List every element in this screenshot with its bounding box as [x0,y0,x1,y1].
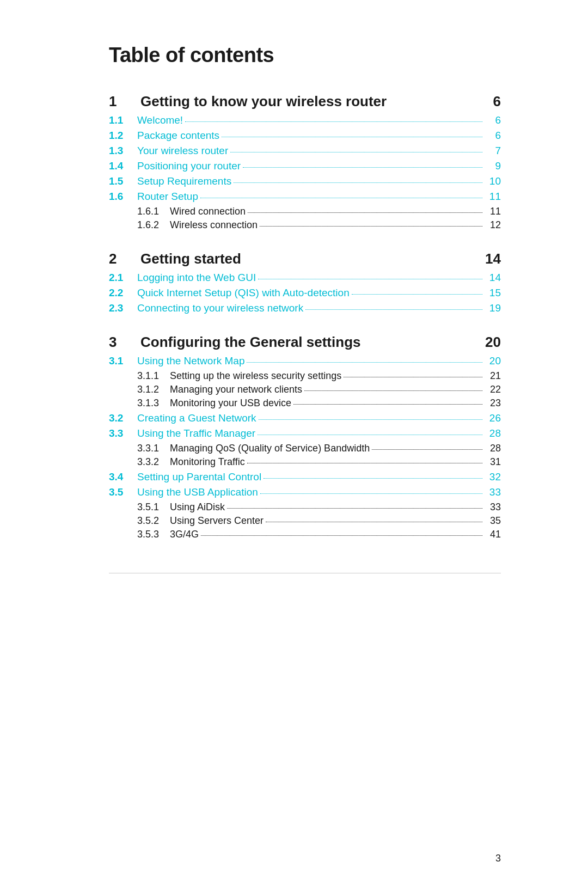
toc-text-3-2: Creating a Guest Network [137,412,256,424]
toc-text-2-3: Connecting to your wireless network [137,302,303,314]
toc-sub-link-3-5-3[interactable]: 3G/4G 41 [170,529,501,540]
toc-entry-2-3[interactable]: 2.3 Connecting to your wireless network … [109,302,501,314]
section-1-title: Getting to know your wireless router [140,93,479,110]
toc-sub-entry-3-1-1[interactable]: 3.1.1 Setting up the wireless security s… [109,370,501,382]
toc-dots-3-3 [258,435,482,435]
section-2-header: 2 Getting started 14 [109,250,501,267]
toc-dots-1-2 [222,137,482,137]
toc-sub-entry-1-6-1[interactable]: 1.6.1 Wired connection 11 [109,206,501,217]
toc-sub-number-3-1-1: 3.1.1 [137,370,170,382]
toc-link-2-3[interactable]: Connecting to your wireless network 19 [137,302,501,314]
toc-entry-2-2[interactable]: 2.2 Quick Internet Setup (QIS) with Auto… [109,287,501,299]
toc-sub-entry-3-3-2[interactable]: 3.3.2 Monitoring Traffic 31 [109,456,501,468]
toc-link-1-2[interactable]: Package contents 6 [137,130,501,142]
toc-dots-2-3 [305,309,482,310]
toc-dots-2-2 [352,294,482,295]
toc-sub-text-3-5-1: Using AiDisk [170,502,225,513]
toc-text-1-5: Setup Requirements [137,175,231,187]
section-1-page: 6 [479,93,501,110]
toc-page-3-2: 26 [485,412,501,424]
toc-link-1-4[interactable]: Positioning your router 9 [137,160,501,172]
toc-page-2-3: 19 [485,302,501,314]
toc-sub-number-3-3-1: 3.3.1 [137,443,170,454]
toc-sub-link-3-5-2[interactable]: Using Servers Center 35 [170,515,501,527]
toc-entry-3-2[interactable]: 3.2 Creating a Guest Network 26 [109,412,501,424]
toc-sub-link-3-1-1[interactable]: Setting up the wireless security setting… [170,370,501,382]
toc-entry-3-4[interactable]: 3.4 Setting up Parental Control 32 [109,471,501,483]
toc-sub-number-3-5-2: 3.5.2 [137,515,170,527]
toc-sub-text-1-6-1: Wired connection [170,206,246,217]
toc-sub-link-3-3-1[interactable]: Managing QoS (Quality of Service) Bandwi… [170,443,501,454]
toc-link-2-2[interactable]: Quick Internet Setup (QIS) with Auto-det… [137,287,501,299]
toc-sub-entry-3-3-1[interactable]: 3.3.1 Managing QoS (Quality of Service) … [109,443,501,454]
toc-number-1-6: 1.6 [109,191,137,203]
toc-number-3-1: 3.1 [109,355,137,367]
toc-sub-page-1-6-1: 11 [485,206,501,217]
toc-entry-1-3[interactable]: 1.3 Your wireless router 7 [109,145,501,157]
toc-link-2-1[interactable]: Logging into the Web GUI 14 [137,272,501,284]
toc-sub-link-3-1-2[interactable]: Managing your network clients 22 [170,384,501,395]
toc-link-1-3[interactable]: Your wireless router 7 [137,145,501,157]
toc-link-1-5[interactable]: Setup Requirements 10 [137,175,501,187]
toc-sub-dots-3-1-3 [293,404,482,405]
toc-sub-entry-3-5-2[interactable]: 3.5.2 Using Servers Center 35 [109,515,501,527]
section-2-page: 14 [479,250,501,267]
toc-dots-3-4 [264,478,482,479]
toc-link-3-1[interactable]: Using the Network Map 20 [137,355,501,367]
toc-sub-entry-1-6-2[interactable]: 1.6.2 Wireless connection 12 [109,219,501,231]
toc-sub-page-3-1-2: 22 [485,384,501,395]
toc-text-1-4: Positioning your router [137,160,241,172]
toc-link-3-4[interactable]: Setting up Parental Control 32 [137,471,501,483]
toc-entry-3-1[interactable]: 3.1 Using the Network Map 20 [109,355,501,367]
toc-text-1-2: Package contents [137,130,219,142]
section-3-header: 3 Configuring the General settings 20 [109,334,501,351]
toc-number-3-2: 3.2 [109,412,137,424]
toc-sub-dots-1-6-2 [260,226,482,227]
toc-text-2-1: Logging into the Web GUI [137,272,256,284]
toc-sub-entry-3-1-3[interactable]: 3.1.3 Monitoring your USB device 23 [109,398,501,409]
section-2-title: Getting started [140,250,479,267]
toc-dots-1-1 [185,121,482,122]
toc-sub-number-3-1-3: 3.1.3 [137,398,170,409]
toc-number-2-2: 2.2 [109,287,137,299]
toc-sub-number-3-5-3: 3.5.3 [137,529,170,540]
toc-link-1-6[interactable]: Router Setup 11 [137,191,501,203]
toc-sub-dots-3-1-2 [304,390,482,391]
toc-sub-entry-3-1-2[interactable]: 3.1.2 Managing your network clients 22 [109,384,501,395]
toc-entry-3-5[interactable]: 3.5 Using the USB Application 33 [109,486,501,498]
toc-sub-text-3-1-1: Setting up the wireless security setting… [170,370,341,382]
toc-link-1-1[interactable]: Welcome! 6 [137,114,501,126]
toc-sub-text-3-1-2: Managing your network clients [170,384,302,395]
toc-link-3-2[interactable]: Creating a Guest Network 26 [137,412,501,424]
toc-page-3-1: 20 [485,355,501,367]
toc-entry-1-5[interactable]: 1.5 Setup Requirements 10 [109,175,501,187]
toc-sub-text-3-5-3: 3G/4G [170,529,199,540]
toc-sub-number-3-3-2: 3.3.2 [137,456,170,468]
toc-entry-2-1[interactable]: 2.1 Logging into the Web GUI 14 [109,272,501,284]
toc-text-3-5: Using the USB Application [137,486,258,498]
page-divider [109,573,501,573]
toc-sub-link-3-1-3[interactable]: Monitoring your USB device 23 [170,398,501,409]
toc-link-3-3[interactable]: Using the Traffic Manager 28 [137,427,501,439]
toc-sub-dots-3-3-2 [247,463,482,463]
toc-dots-3-1 [247,362,482,363]
toc-sub-link-3-3-2[interactable]: Monitoring Traffic 31 [170,456,501,468]
toc-link-3-5[interactable]: Using the USB Application 33 [137,486,501,498]
toc-entry-1-2[interactable]: 1.2 Package contents 6 [109,130,501,142]
toc-sub-link-1-6-1[interactable]: Wired connection 11 [170,206,501,217]
toc-sub-dots-1-6-1 [248,212,482,213]
toc-sub-link-1-6-2[interactable]: Wireless connection 12 [170,219,501,231]
toc-entry-1-6[interactable]: 1.6 Router Setup 11 [109,191,501,203]
toc-entry-1-4[interactable]: 1.4 Positioning your router 9 [109,160,501,172]
toc-number-1-1: 1.1 [109,114,137,126]
toc-entry-1-1[interactable]: 1.1 Welcome! 6 [109,114,501,126]
toc-sub-link-3-5-1[interactable]: Using AiDisk 33 [170,502,501,513]
section-1-number: 1 [109,93,131,110]
toc-dots-1-5 [234,182,482,183]
toc-number-2-1: 2.1 [109,272,137,284]
toc-sub-page-1-6-2: 12 [485,219,501,231]
section-3-page: 20 [479,334,501,351]
toc-entry-3-3[interactable]: 3.3 Using the Traffic Manager 28 [109,427,501,439]
toc-sub-entry-3-5-3[interactable]: 3.5.3 3G/4G 41 [109,529,501,540]
toc-sub-entry-3-5-1[interactable]: 3.5.1 Using AiDisk 33 [109,502,501,513]
